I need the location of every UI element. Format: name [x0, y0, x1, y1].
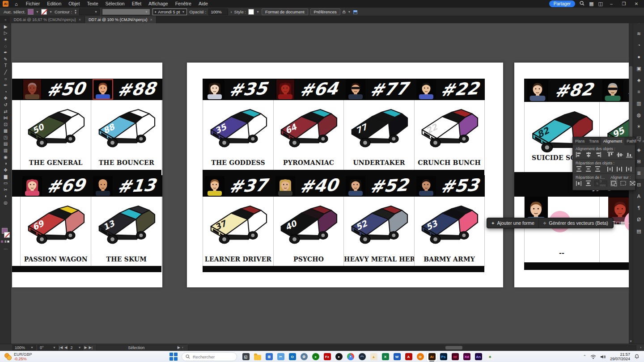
dock-panel-swatches-icon[interactable]: ●	[633, 51, 644, 63]
taskbar-app-snipping-tool[interactable]: ✂	[275, 352, 286, 362]
edit-toolbar-icon[interactable]: ⋯	[0, 247, 11, 251]
menu-fichier[interactable]: Fichier	[22, 0, 44, 8]
dock-panel-opentype-icon[interactable]: Ø	[633, 214, 644, 225]
minimize-button[interactable]: –	[607, 1, 615, 6]
dist-v-button[interactable]	[594, 166, 601, 172]
eyedropper-tool[interactable]: ◉	[0, 154, 11, 160]
artboard-tool[interactable]: ▭	[0, 180, 11, 186]
dock-panel-stroke-icon[interactable]: ≡	[633, 86, 644, 97]
sync-icon[interactable]: ⬒	[353, 9, 357, 15]
dist-h-button[interactable]	[607, 166, 614, 172]
line-segment-tool[interactable]: ╱	[0, 69, 11, 76]
selection-tool[interactable]: ▶	[0, 23, 11, 30]
taskbar-app-file-explorer[interactable]	[252, 352, 263, 362]
magic-wand-tool[interactable]: ✶	[0, 36, 11, 43]
align-bottom-button[interactable]	[626, 152, 632, 158]
align-to-artboard-button[interactable]	[610, 180, 617, 186]
align-glyphs-icon[interactable]: ⫛	[343, 9, 346, 15]
dock-panel-transparency-icon[interactable]: ◍	[633, 109, 644, 121]
prev-artboard-icon[interactable]: ◀	[64, 345, 68, 349]
menu-objet[interactable]: Objet	[65, 0, 83, 8]
menu-aide[interactable]: Aide	[195, 0, 212, 8]
artboard-nav-select[interactable]: 2▼	[68, 345, 83, 350]
style-swatch[interactable]	[248, 9, 254, 15]
notifications-bell-icon[interactable]	[634, 354, 640, 359]
stroke-color-indicator[interactable]	[4, 232, 10, 238]
align-hcenter-button[interactable]	[585, 152, 592, 158]
tray-overflow-icon[interactable]: ⌃	[583, 354, 586, 359]
taskbar-app-excel[interactable]: X	[380, 352, 390, 362]
canvas[interactable]: #5050THE GENERAL#8888THE BOUNCER#6969PAS…	[11, 23, 633, 344]
status-tool-display[interactable]: Sélection	[96, 345, 177, 350]
type-tool[interactable]: T	[0, 63, 11, 69]
taskbar-search[interactable]	[182, 352, 237, 361]
curvature-tool[interactable]: ✎	[0, 56, 11, 63]
symbol-sprayer-tool[interactable]: ✥	[0, 167, 11, 173]
search-input[interactable]	[193, 354, 229, 359]
column-graph-tool[interactable]: ▆	[0, 173, 11, 180]
panel-menu-icon[interactable]: ≡	[642, 139, 644, 143]
dist-v-button[interactable]	[576, 166, 582, 172]
horizontal-scrollbar[interactable]	[188, 345, 637, 350]
menu-texte[interactable]: Texte	[83, 0, 102, 8]
tab-pathfinder[interactable]: Pathfi	[624, 137, 639, 145]
status-expand-icon[interactable]: ▶	[177, 345, 181, 349]
dock-panel-gradient-icon[interactable]: ▥	[633, 97, 644, 109]
home-icon[interactable]: ⌂	[15, 1, 18, 7]
dock-panel-character-icon[interactable]: A	[633, 190, 644, 202]
first-artboard-icon[interactable]: |◀	[58, 345, 64, 349]
wifi-icon[interactable]	[590, 354, 596, 359]
taskbar-app-illustrator[interactable]: Ai	[427, 352, 437, 362]
brush-definition-select[interactable]: • Arrondi 5 pt ▼	[153, 8, 187, 15]
zoom-tool[interactable]: ◎	[0, 199, 11, 206]
dock-panel-pattern-icon[interactable]: ◔	[633, 39, 644, 51]
align-to-selection-button[interactable]	[620, 180, 627, 186]
direct-selection-tool[interactable]: ▷	[0, 30, 11, 37]
align-to-key-button[interactable]	[629, 180, 636, 186]
taskbar-app-settings[interactable]: ⚙	[299, 352, 309, 362]
variable-width-profile-select[interactable]: ▼	[102, 8, 150, 15]
taskbar-app-outlook[interactable]: O	[287, 352, 297, 362]
dock-panel-symbols-icon[interactable]: ♣	[633, 74, 644, 86]
lasso-tool[interactable]: ◌	[0, 43, 11, 50]
document-tab-2[interactable]: DD7.ai @ 100 % (CMJN/Aperçu)×	[85, 16, 157, 23]
dist-h-button[interactable]	[616, 166, 623, 172]
taskbar-app-task-view[interactable]: ◱	[241, 352, 251, 362]
opacity-input[interactable]: 100%	[208, 8, 228, 15]
taskbar-app-lamp-app[interactable]: ▲	[369, 352, 379, 362]
width-tool[interactable]: ⋈	[0, 114, 11, 121]
menu-selection[interactable]: Sélection	[102, 0, 128, 8]
scroll-down-icon[interactable]: ▼	[629, 340, 633, 343]
taskbar-clock[interactable]: 21:57 29/07/2024	[610, 352, 630, 361]
gradient-button[interactable]	[4, 240, 6, 243]
taskbar-app-xbox[interactable]: x	[310, 352, 321, 362]
preferences-button[interactable]: Préférences	[310, 8, 340, 15]
align-top-button[interactable]	[607, 152, 614, 158]
tab-transformation[interactable]: Trans	[587, 137, 601, 145]
start-button[interactable]	[169, 352, 178, 361]
shaper-tool[interactable]: ◔	[0, 88, 11, 95]
stroke-weight-stepper[interactable]: ▲▼	[74, 9, 77, 14]
image-icon[interactable]: ▦	[620, 218, 625, 228]
stroke-weight-select[interactable]: ▼	[79, 8, 100, 15]
taskbar-app-adobe-xd[interactable]: Xd	[462, 352, 472, 362]
taskbar-app-animate[interactable]: An	[473, 352, 483, 362]
gradient-tool[interactable]: ▥	[0, 147, 11, 154]
space-h-button[interactable]	[576, 180, 582, 186]
panel-collapse-icon[interactable]: »	[0, 18, 10, 23]
align-right-button[interactable]	[594, 152, 601, 158]
restore-button[interactable]: ❐	[620, 1, 628, 6]
none-button[interactable]	[7, 240, 9, 243]
scroll-left-icon[interactable]: ‹	[181, 345, 184, 349]
last-artboard-icon[interactable]: ▶|	[88, 345, 93, 349]
color-mode-buttons[interactable]	[1, 240, 10, 243]
dist-v-button[interactable]	[585, 166, 592, 172]
free-transform-tool[interactable]: ⊡	[0, 121, 11, 128]
align-left-button[interactable]	[576, 152, 582, 158]
taskbar-app-acrobat[interactable]: A	[403, 352, 414, 362]
taskbar-app-steam[interactable]: ◠	[357, 352, 367, 362]
stroke-color-swatch[interactable]	[41, 9, 47, 15]
fill-color-swatch[interactable]	[28, 9, 34, 15]
shape-builder-tool[interactable]: ▦	[0, 128, 11, 135]
scale-tool[interactable]: ⇄	[0, 108, 11, 115]
